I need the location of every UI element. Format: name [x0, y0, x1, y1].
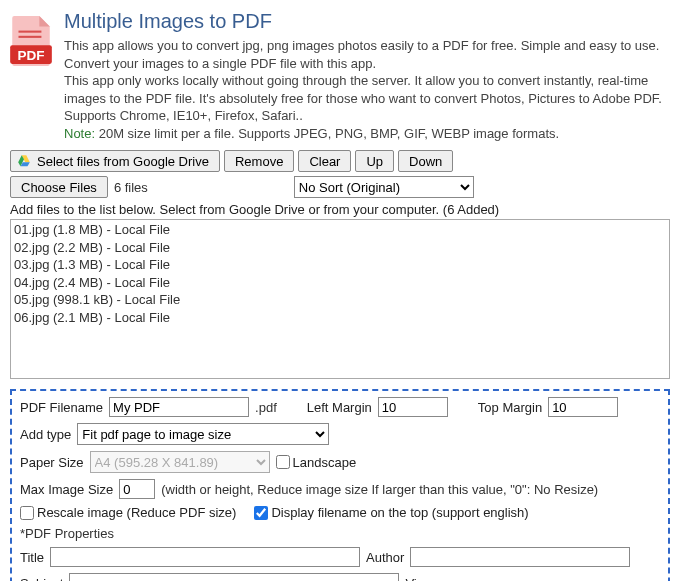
viewer-label: Viewer	[405, 576, 445, 581]
list-item[interactable]: 04.jpg (2.4 MB) - Local File	[14, 274, 666, 292]
svg-text:PDF: PDF	[17, 48, 44, 63]
pdf-filename-label: PDF Filename	[20, 400, 103, 415]
list-item[interactable]: 02.jpg (2.2 MB) - Local File	[14, 239, 666, 257]
top-margin-label: Top Margin	[478, 400, 542, 415]
up-button[interactable]: Up	[355, 150, 394, 172]
max-image-size-label: Max Image Size	[20, 482, 113, 497]
left-margin-label: Left Margin	[307, 400, 372, 415]
add-type-label: Add type	[20, 427, 71, 442]
choose-files-button[interactable]: Choose Files	[10, 176, 108, 198]
svg-rect-1	[19, 36, 42, 38]
list-item[interactable]: 01.jpg (1.8 MB) - Local File	[14, 221, 666, 239]
list-item[interactable]: 03.jpg (1.3 MB) - Local File	[14, 256, 666, 274]
add-type-select[interactable]: Fit pdf page to image size	[77, 423, 329, 445]
display-filename-label: Display filename on the top (support eng…	[271, 505, 528, 520]
author-label: Author	[366, 550, 404, 565]
title-input[interactable]	[50, 547, 360, 567]
left-margin-input[interactable]	[378, 397, 448, 417]
max-image-hint: (width or height, Reduce image size If l…	[161, 482, 598, 497]
description: This app allows you to convert jpg, png …	[64, 37, 670, 142]
gdrive-icon	[17, 154, 31, 168]
gdrive-button-label: Select files from Google Drive	[37, 154, 209, 169]
add-files-hint: Add files to the list below. Select from…	[10, 202, 670, 217]
clear-button[interactable]: Clear	[298, 150, 351, 172]
pdf-icon: PDF	[10, 16, 52, 69]
rescale-checkbox[interactable]	[20, 506, 34, 520]
remove-button[interactable]: Remove	[224, 150, 294, 172]
select-google-drive-button[interactable]: Select files from Google Drive	[10, 150, 220, 172]
author-input[interactable]	[410, 547, 630, 567]
paper-size-select: A4 (595.28 X 841.89)	[90, 451, 270, 473]
landscape-label: Landscape	[293, 455, 357, 470]
svg-rect-0	[19, 31, 42, 33]
display-filename-checkbox[interactable]	[254, 506, 268, 520]
page-title: Multiple Images to PDF	[64, 10, 670, 33]
down-button[interactable]: Down	[398, 150, 453, 172]
subject-input[interactable]	[69, 573, 399, 581]
pdf-ext-label: .pdf	[255, 400, 277, 415]
subject-label: Subject	[20, 576, 63, 581]
file-count: 6 files	[114, 180, 148, 195]
top-margin-input[interactable]	[548, 397, 618, 417]
file-list[interactable]: 01.jpg (1.8 MB) - Local File 02.jpg (2.2…	[10, 219, 670, 379]
sort-select[interactable]: No Sort (Original)	[294, 176, 474, 198]
rescale-label: Rescale image (Reduce PDF size)	[37, 505, 236, 520]
paper-size-label: Paper Size	[20, 455, 84, 470]
pdf-filename-input[interactable]	[109, 397, 249, 417]
settings-panel: PDF Filename .pdf Left Margin Top Margin…	[10, 389, 670, 581]
pdf-properties-label: *PDF Properties	[20, 526, 114, 541]
title-label: Title	[20, 550, 44, 565]
max-image-size-input[interactable]	[119, 479, 155, 499]
list-item[interactable]: 05.jpg (998.1 kB) - Local File	[14, 291, 666, 309]
landscape-checkbox[interactable]	[276, 455, 290, 469]
list-item[interactable]: 06.jpg (2.1 MB) - Local File	[14, 309, 666, 327]
